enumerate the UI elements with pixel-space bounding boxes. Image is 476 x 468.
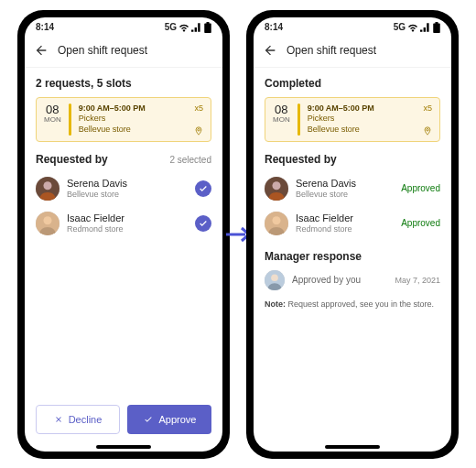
requester-sub: Bellevue store <box>67 190 188 200</box>
select-checkbox[interactable] <box>195 215 211 232</box>
check-icon <box>143 415 154 424</box>
decline-button[interactable]: Decline <box>36 405 120 434</box>
requested-by-heading: Requested by <box>36 153 108 166</box>
network-label: 5G <box>165 22 177 32</box>
requested-by-heading: Requested by <box>265 153 337 166</box>
wifi-icon <box>178 23 189 32</box>
wifi-icon <box>407 23 418 32</box>
requester-info: Serena Davis Bellevue store <box>67 178 188 200</box>
approve-label: Approve <box>159 414 197 425</box>
requester-info: Serena Davis Bellevue store <box>296 178 394 200</box>
shift-day-name: MON <box>44 116 61 125</box>
shift-role: Pickers <box>308 114 416 125</box>
shift-day-name: MON <box>273 116 290 125</box>
shift-color-bar <box>298 103 300 136</box>
approve-button[interactable]: Approve <box>127 405 211 434</box>
shift-info: 9:00 AM–5:00 PM Pickers Bellevue store <box>308 103 416 136</box>
content-before: 2 requests, 5 slots 08 MON 9:00 AM–5:00 … <box>25 68 222 396</box>
requester-row[interactable]: Serena Davis Bellevue store <box>36 171 211 206</box>
status-icons: 5G <box>394 22 440 33</box>
top-bar: Open shift request <box>25 38 222 68</box>
avatar <box>265 270 285 290</box>
shift-time: 9:00 AM–5:00 PM <box>308 103 416 114</box>
manager-text: Approved by you <box>292 275 387 285</box>
select-checkbox[interactable] <box>195 180 211 197</box>
status-time: 8:14 <box>36 22 54 32</box>
shift-date: 08 MON <box>44 103 61 136</box>
note-label: Note: <box>265 299 286 309</box>
back-icon[interactable] <box>34 43 49 58</box>
status-badge: Approved <box>401 183 440 193</box>
shift-count: x5 <box>194 103 203 113</box>
home-indicator <box>96 445 151 449</box>
check-icon <box>199 219 208 228</box>
requester-sub: Redmond store <box>296 224 394 234</box>
action-bar: Decline Approve <box>25 396 222 445</box>
home-indicator <box>325 445 380 449</box>
note-text: Request approved, see you in the store. <box>286 299 434 309</box>
screen-after: 8:14 5G Open shift request Completed 08 … <box>254 17 451 452</box>
shift-location: Bellevue store <box>308 125 416 136</box>
phone-after: 8:14 5G Open shift request Completed 08 … <box>246 10 459 459</box>
requested-by-header: Requested by <box>265 153 440 166</box>
shift-role: Pickers <box>79 114 187 125</box>
requester-row[interactable]: Isaac Fielder Redmond store <box>36 206 211 241</box>
shift-side: x5 <box>194 103 203 136</box>
page-title: Open shift request <box>287 44 376 57</box>
signal-icon <box>191 23 202 32</box>
manager-note: Note: Request approved, see you in the s… <box>265 299 440 309</box>
status-badge: Approved <box>401 218 440 228</box>
content-after: Completed 08 MON 9:00 AM–5:00 PM Pickers… <box>254 68 451 445</box>
summary-text: 2 requests, 5 slots <box>36 68 211 97</box>
shift-count: x5 <box>423 103 432 113</box>
shift-day-num: 08 <box>44 103 61 116</box>
manager-date: May 7, 2021 <box>395 276 440 285</box>
status-bar: 8:14 5G <box>254 17 451 38</box>
svg-point-8 <box>272 216 280 224</box>
svg-point-1 <box>43 181 51 190</box>
phone-before: 8:14 5G Open shift request 2 requests, 5… <box>17 10 230 459</box>
requester-row[interactable]: Serena Davis Bellevue store Approved <box>265 171 440 206</box>
summary-text: Completed <box>265 68 440 97</box>
svg-point-6 <box>272 181 280 190</box>
location-pin-icon <box>423 126 432 136</box>
shift-color-bar <box>69 103 71 136</box>
status-icons: 5G <box>165 22 211 33</box>
top-bar: Open shift request <box>254 38 451 68</box>
requester-sub: Redmond store <box>67 224 188 234</box>
status-bar: 8:14 5G <box>25 17 222 38</box>
manager-response-heading: Manager response <box>265 250 440 263</box>
back-icon[interactable] <box>263 43 277 58</box>
screen-before: 8:14 5G Open shift request 2 requests, 5… <box>25 17 222 452</box>
check-icon <box>199 184 208 193</box>
requester-name: Isaac Fielder <box>67 212 188 224</box>
shift-location: Bellevue store <box>79 125 187 136</box>
manager-row: Approved by you May 7, 2021 <box>265 267 440 294</box>
avatar <box>36 177 60 201</box>
shift-card[interactable]: 08 MON 9:00 AM–5:00 PM Pickers Bellevue … <box>265 97 440 142</box>
decline-label: Decline <box>69 414 103 425</box>
shift-date: 08 MON <box>273 103 290 136</box>
avatar <box>265 177 288 201</box>
selected-count: 2 selected <box>169 155 211 165</box>
avatar <box>36 212 60 235</box>
page-title: Open shift request <box>58 44 147 57</box>
avatar <box>265 212 288 235</box>
requester-sub: Bellevue store <box>296 190 394 200</box>
network-label: 5G <box>394 22 406 32</box>
requester-info: Isaac Fielder Redmond store <box>296 212 394 234</box>
requester-name: Serena Davis <box>296 178 394 190</box>
battery-icon <box>204 22 211 33</box>
requester-info: Isaac Fielder Redmond store <box>67 212 188 234</box>
requester-row[interactable]: Isaac Fielder Redmond store Approved <box>265 206 440 241</box>
requester-name: Serena Davis <box>67 178 188 190</box>
close-icon <box>54 415 63 424</box>
signal-icon <box>420 23 431 32</box>
shift-day-num: 08 <box>273 103 290 116</box>
shift-side: x5 <box>423 103 432 136</box>
shift-time: 9:00 AM–5:00 PM <box>79 103 187 114</box>
requester-name: Isaac Fielder <box>296 212 394 224</box>
svg-point-3 <box>43 216 51 224</box>
svg-point-10 <box>271 274 278 281</box>
shift-card[interactable]: 08 MON 9:00 AM–5:00 PM Pickers Bellevue … <box>36 97 211 142</box>
